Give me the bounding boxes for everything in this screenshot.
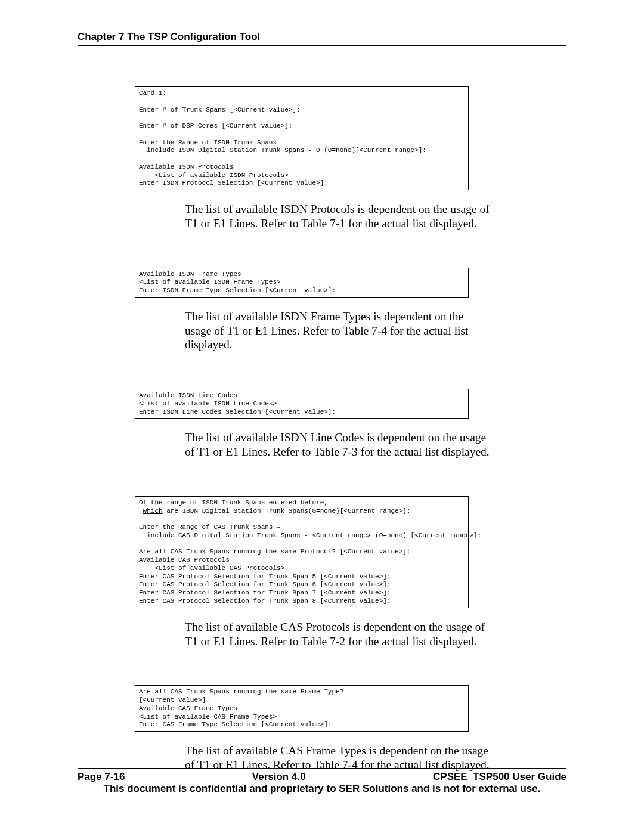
para-1: The list of available ISDN Protocols is … bbox=[185, 202, 493, 231]
para-3: The list of available ISDN Line Codes is… bbox=[185, 431, 493, 459]
code-block-1: Card 1: Enter # of Trunk Spans [<Current… bbox=[135, 86, 469, 190]
footer-confidential: This document is confidential and propri… bbox=[78, 783, 566, 795]
document-page: Chapter 7 The TSP Configuration Tool Car… bbox=[0, 0, 644, 833]
header-rule bbox=[78, 45, 566, 46]
content-area: Card 1: Enter # of Trunk Spans [<Current… bbox=[135, 86, 469, 772]
page-footer: Page 7-16 Version 4.0 CPSEE_TSP500 User … bbox=[78, 768, 566, 795]
footer-version: Version 4.0 bbox=[252, 771, 306, 783]
para-4: The list of available CAS Protocols is d… bbox=[185, 620, 493, 649]
code-block-3: Available ISDN Line Codes <List of avail… bbox=[135, 389, 469, 419]
code-block-4: Of the range of ISDN Trunk Spans entered… bbox=[135, 496, 469, 608]
footer-rule bbox=[78, 768, 566, 769]
code-block-5: Are all CAS Trunk Spans running the same… bbox=[135, 685, 469, 732]
footer-guide-name: CPSEE_TSP500 User Guide bbox=[433, 771, 566, 783]
chapter-header: Chapter 7 The TSP Configuration Tool bbox=[78, 31, 566, 45]
footer-line-1: Page 7-16 Version 4.0 CPSEE_TSP500 User … bbox=[78, 771, 566, 783]
code-block-2: Available ISDN Frame Types <List of avai… bbox=[135, 268, 469, 298]
footer-page-number: Page 7-16 bbox=[78, 771, 125, 783]
para-2: The list of available ISDN Frame Types i… bbox=[185, 309, 493, 352]
